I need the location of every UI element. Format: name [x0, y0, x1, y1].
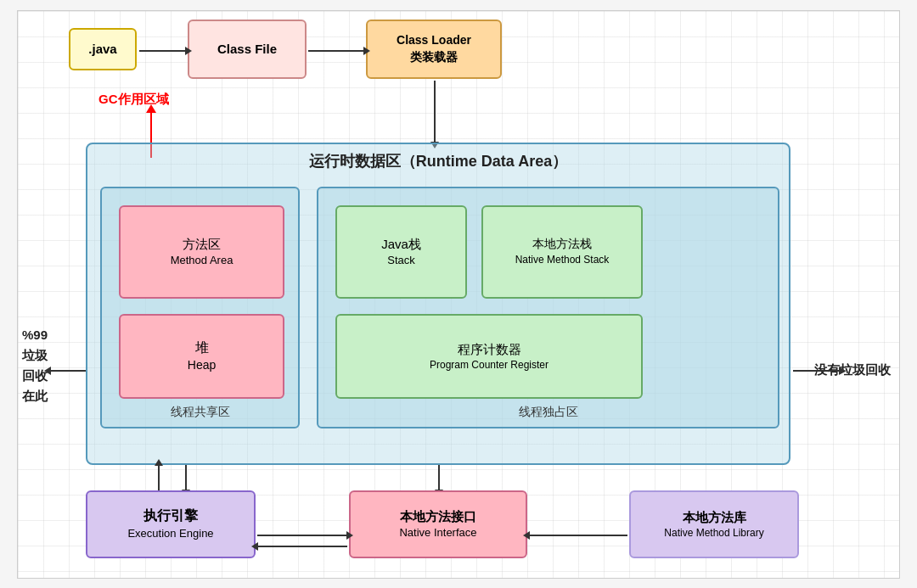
- execution-engine-line1: 执行引擎: [143, 507, 198, 525]
- method-area-line1: 方法区: [183, 235, 221, 253]
- execution-engine-box: 执行引擎 Execution Engine: [86, 490, 256, 558]
- gc-label: GC作用区域: [98, 92, 169, 108]
- native-library-box: 本地方法库 Native Method Library: [629, 490, 799, 558]
- heap-line2: Heap: [188, 357, 216, 374]
- native-stack-line1: 本地方法栈: [532, 236, 592, 253]
- counter-line2: Program Counter Register: [430, 358, 549, 372]
- diagram-container: .java Class File Class Loader 类装载器 GC作用区…: [17, 10, 900, 579]
- native-stack-box: 本地方法栈 Native Method Stack: [481, 205, 643, 299]
- method-area-line2: Method Area: [171, 253, 233, 268]
- native-library-line1: 本地方法库: [683, 508, 746, 526]
- arrow-exclusive-down: [438, 465, 440, 490]
- native-interface-line2: Native Interface: [399, 525, 476, 540]
- class-file-label: Class File: [217, 40, 277, 58]
- thread-shared-label: 线程共享区: [171, 405, 230, 420]
- thread-exclusive-area: 线程独占区 Java栈 Stack 本地方法栈 Native Method St…: [317, 187, 779, 428]
- arrow-loader-down: [434, 81, 436, 143]
- java-stack-box: Java栈 Stack: [335, 205, 467, 299]
- arrow-right-nogc: [793, 370, 840, 372]
- native-library-line2: Native Method Library: [664, 526, 763, 540]
- counter-box: 程序计数器 Program Counter Register: [335, 314, 643, 399]
- class-file-box: Class File: [188, 20, 307, 79]
- left-label-line2: 垃圾: [22, 345, 48, 366]
- arrow-classfile-to-loader: [308, 50, 364, 52]
- left-label-line4: 在此: [22, 386, 48, 406]
- native-stack-line2: Native Method Stack: [515, 253, 610, 267]
- right-label: 没有垃圾回收: [814, 361, 891, 376]
- thread-exclusive-label: 线程独占区: [519, 405, 578, 420]
- java-stack-line2: Stack: [387, 253, 415, 268]
- native-interface-box: 本地方法接口 Native Interface: [349, 490, 527, 558]
- arrow-shared-up-left: [158, 465, 160, 490]
- arrow-engine-to-interface: [257, 535, 347, 536]
- class-loader-label-line2: 类装载器: [410, 49, 458, 66]
- left-side-label: %99 垃圾 回收 在此: [22, 325, 48, 406]
- java-file-label: .java: [88, 40, 116, 58]
- arrow-left-gc: [50, 370, 86, 372]
- class-loader-box: Class Loader 类装载器: [366, 20, 502, 79]
- class-loader-label-line1: Class Loader: [397, 32, 471, 49]
- counter-line1: 程序计数器: [458, 340, 521, 358]
- java-stack-line1: Java栈: [381, 235, 421, 253]
- runtime-title: 运行时数据区（Runtime Data Area）: [309, 151, 567, 171]
- arrow-shared-down-left: [185, 465, 187, 490]
- method-area-box: 方法区 Method Area: [119, 205, 284, 299]
- heap-box: 堆 Heap: [119, 314, 284, 399]
- java-file-box: .java: [69, 28, 137, 70]
- native-interface-line1: 本地方法接口: [400, 507, 476, 525]
- left-label-line1: %99: [22, 325, 48, 345]
- arrow-interface-to-engine: [257, 546, 347, 547]
- thread-shared-area: 线程共享区 方法区 Method Area 堆 Heap: [100, 187, 300, 428]
- execution-engine-line2: Execution Engine: [127, 526, 213, 541]
- arrow-library-to-interface: [529, 535, 627, 536]
- heap-line1: 堆: [195, 339, 209, 357]
- runtime-area: 运行时数据区（Runtime Data Area） 线程共享区 方法区 Meth…: [86, 143, 790, 465]
- arrow-java-to-classfile: [139, 50, 186, 52]
